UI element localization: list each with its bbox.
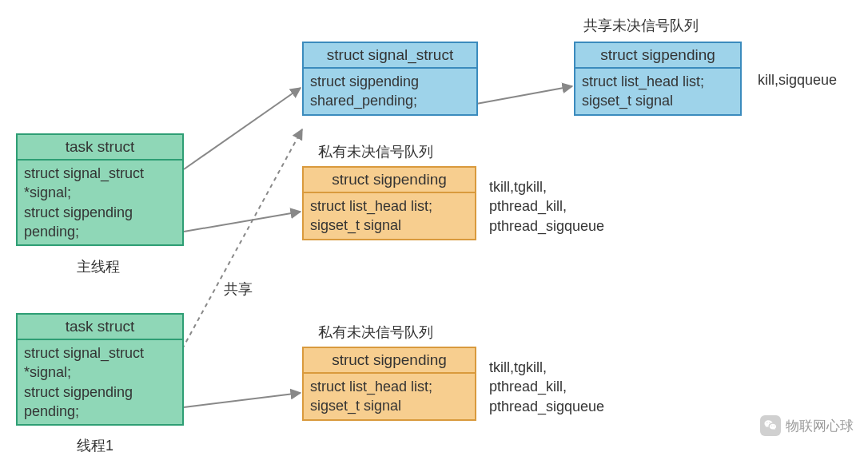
watermark: 物联网心球 (760, 415, 854, 436)
main-thread-label: 主线程 (77, 257, 120, 276)
signal-struct-body: struct sigpending shared_pending; (304, 69, 476, 114)
task-struct-main-title: task struct (18, 135, 182, 161)
task-struct-thread1: task struct struct signal_struct *signal… (16, 313, 184, 426)
shared-api-label: kill,sigqueue (758, 70, 837, 89)
shared-sigpending-box: struct sigpending struct list_head list;… (574, 42, 742, 116)
signal-struct-box: struct signal_struct struct sigpending s… (302, 42, 478, 116)
private-sigpending-1-box: struct sigpending struct list_head list;… (302, 166, 476, 240)
signal-struct-title: struct signal_struct (304, 43, 476, 69)
shared-queue-title: 共享未决信号队列 (583, 16, 699, 35)
watermark-text: 物联网心球 (786, 417, 854, 435)
svg-line-4 (184, 393, 301, 407)
task-struct-main: task struct struct signal_struct *signal… (16, 133, 184, 246)
task-struct-thread1-title: task struct (18, 315, 182, 340)
svg-line-1 (184, 212, 301, 232)
shared-label: 共享 (224, 280, 253, 299)
svg-line-3 (182, 129, 302, 349)
private-sigpending-2-box: struct sigpending struct list_head list;… (302, 347, 476, 421)
svg-line-0 (184, 88, 301, 169)
private-queue-title-1: 私有未决信号队列 (318, 142, 433, 161)
private-sigpending-2-body: struct list_head list; sigset_t signal (304, 374, 475, 419)
thread1-label: 线程1 (77, 436, 113, 452)
shared-sigpending-title: struct sigpending (575, 43, 740, 69)
shared-sigpending-body: struct list_head list; sigset_t signal (575, 69, 740, 114)
private-api-label-1: tkill,tgkill, pthread_kill, pthread_sigq… (489, 177, 604, 236)
task-struct-thread1-body: struct signal_struct *signal; struct sig… (18, 340, 182, 424)
private-api-label-2: tkill,tgkill, pthread_kill, pthread_sigq… (489, 358, 604, 416)
private-queue-title-2: 私有未决信号队列 (318, 323, 433, 342)
private-sigpending-2-title: struct sigpending (304, 348, 475, 374)
task-struct-main-body: struct signal_struct *signal; struct sig… (18, 161, 182, 244)
svg-line-2 (476, 86, 572, 104)
wechat-icon (760, 415, 781, 436)
private-sigpending-1-title: struct sigpending (304, 168, 475, 193)
private-sigpending-1-body: struct list_head list; sigset_t signal (304, 193, 475, 239)
